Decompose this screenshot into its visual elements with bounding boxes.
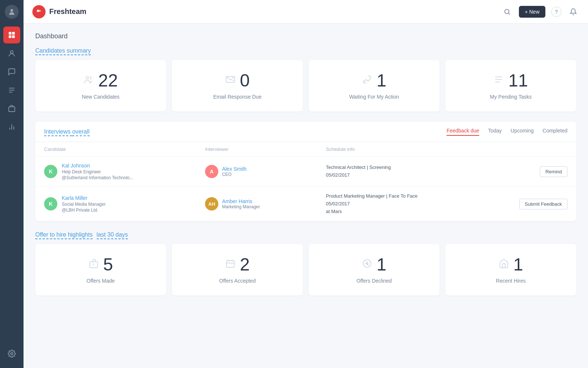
sidebar-item-settings[interactable] [3,345,20,362]
new-candidates-icon [83,74,94,87]
interviewer-avatar-2: AH [205,197,218,210]
svg-point-5 [10,51,13,53]
recent-hires-card[interactable]: 1 Recent Hires [445,244,576,296]
waiting-action-count: 1 [377,72,387,89]
schedule-role-2: Product Marketing Manager | Face To Face [326,192,487,200]
schedule-info-2: Product Marketing Manager | Face To Face… [326,192,487,215]
candidates-summary-title: Candidates summary [35,47,576,54]
schedule-role-1: Technical Architect | Screening [326,164,487,171]
user-avatar[interactable] [0,0,24,24]
interviews-table: Candidate Interviewer Schedule info K Ka… [35,142,576,221]
interviews-title: Interviews overall [44,128,447,135]
remind-button[interactable]: Remind [540,166,567,177]
new-candidates-number-row: 22 [83,72,118,89]
pending-tasks-card[interactable]: 11 My Pending Tasks [445,60,576,112]
summary-cards-grid: 22 New Candidates 0 [35,60,576,112]
svg-point-13 [11,353,13,355]
col-action [487,146,567,152]
page-content: Dashboard Candidates summary [24,24,588,368]
table-row: K Karla Miller Social Media Manager @LBH… [35,187,576,221]
candidate-role-1: Help Desk Engineer [62,169,133,174]
action-cell-2: Submit Feedback [487,199,567,209]
candidate-company-2: @LBH Private Ltd. [62,208,105,213]
tab-completed[interactable]: Completed [542,128,567,136]
svg-rect-9 [9,107,15,112]
svg-point-15 [39,10,41,12]
email-response-icon [225,74,236,87]
table-header: Candidate Interviewer Schedule info [35,142,576,157]
col-interviewer: Interviewer [205,146,326,152]
svg-rect-4 [12,35,15,38]
interviewer-cell-2: AH Amber Harris Marketing Manager [205,197,326,210]
offers-accepted-label: Offers Accepted [219,278,255,284]
interviewer-cell-1: A Alex Smith CEO [205,165,326,178]
svg-point-0 [10,9,13,12]
interviewer-avatar-1: A [205,165,218,178]
email-response-number-row: 0 [225,72,250,89]
topbar-actions: + New ? [501,6,579,18]
search-icon[interactable] [501,6,513,18]
candidate-info-2: Karla Miller Social Media Manager @LBH P… [62,195,105,213]
offer-highlights-section: Offer to hire highlights last 30 days [35,231,576,296]
offers-made-number-row: 5 [89,256,113,273]
offers-declined-number-row: 1 [362,256,387,273]
recent-hires-number-row: 1 [499,256,523,273]
new-button[interactable]: + New [519,6,545,18]
email-response-label: Email Response Due [213,94,262,100]
svg-rect-26 [226,261,234,268]
candidate-name-2[interactable]: Karla Miller [62,195,105,201]
sidebar-item-messages[interactable] [3,63,20,80]
sidebar-item-jobs[interactable] [3,100,20,117]
sidebar-item-candidates[interactable] [3,45,20,62]
interviews-title-highlight: overall [72,128,89,136]
interviewer-role-2: Marketing Manager [222,204,260,209]
offer-title-highlight: last 30 days [97,231,128,239]
offer-title-static: Offer to hire highlights [35,231,93,239]
new-candidates-count: 22 [98,72,118,89]
sidebar-item-analytics[interactable] [3,118,20,135]
svg-point-16 [505,9,509,14]
email-response-card[interactable]: 0 Email Response Due [172,60,303,112]
offers-accepted-card[interactable]: 2 Offers Accepted [172,244,303,296]
offers-declined-card[interactable]: 1 Offers Declined [309,244,440,296]
svg-rect-2 [12,32,15,35]
new-candidates-card[interactable]: 22 New Candidates [35,60,166,112]
tab-feedback-due[interactable]: Feedback due [447,128,479,136]
candidate-avatar-2: K [44,197,57,210]
notification-icon[interactable] [567,6,579,18]
topbar: Freshteam + New ? [24,0,588,24]
candidate-info-1: Kal Johnson Help Desk Engineer @Sutherla… [62,163,133,180]
offers-made-card[interactable]: 5 Offers Made [35,244,166,296]
offers-made-count: 5 [103,256,113,273]
help-icon[interactable]: ? [551,7,562,17]
interviewer-name-1[interactable]: Alex Smith [222,166,247,172]
sidebar-settings [3,345,20,362]
offers-made-label: Offers Made [87,278,115,284]
candidates-summary-label: Candidates summary [35,47,91,55]
interviews-section: Interviews overall Feedback due Today Up… [35,122,576,221]
offers-declined-count: 1 [377,256,387,273]
offers-declined-icon [362,258,372,271]
waiting-action-card[interactable]: 1 Waiting For My Action [309,60,440,112]
submit-feedback-button[interactable]: Submit Feedback [519,199,567,209]
candidate-company-1: @Sutherland Information Technolo... [62,175,133,180]
interviewer-info-2: Amber Harris Marketing Manager [222,198,260,209]
offers-accepted-icon [225,258,236,271]
sidebar-item-dashboard[interactable] [3,26,20,43]
candidate-name-1[interactable]: Kal Johnson [62,163,133,169]
tab-today[interactable]: Today [488,128,502,136]
interviewer-info-1: Alex Smith CEO [222,166,247,177]
candidates-summary-section: Candidates summary 22 [35,47,576,112]
offers-declined-label: Offers Declined [356,278,392,284]
candidate-avatar-1: K [44,165,57,178]
interviewer-name-2[interactable]: Amber Harris [222,198,260,204]
svg-point-18 [86,77,89,79]
pending-tasks-icon [494,74,504,87]
recent-hires-icon [499,258,509,271]
col-candidate: Candidate [44,146,205,152]
sidebar-item-reports[interactable] [3,82,20,99]
pending-tasks-number-row: 11 [494,72,528,89]
app-name: Freshteam [49,7,86,16]
tab-upcoming[interactable]: Upcoming [510,128,534,136]
interview-tabs: Feedback due Today Upcoming Completed [447,128,567,136]
